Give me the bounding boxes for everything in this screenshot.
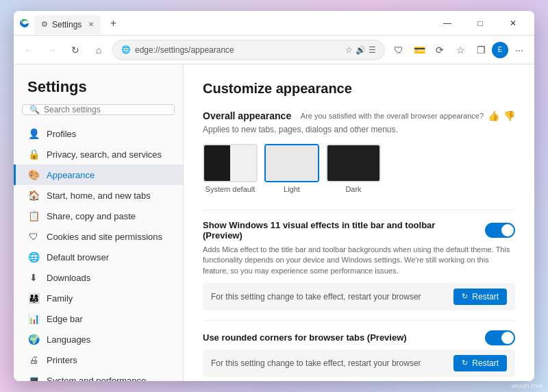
edge-bar-icon: 📊 (27, 313, 40, 324)
default-browser-icon: 🌐 (27, 252, 40, 262)
sidebar-item-label: Printers (47, 355, 77, 365)
reader-view-icon[interactable]: ☰ (369, 45, 376, 55)
more-button[interactable]: ··· (510, 40, 529, 60)
address-text: edge://settings/appearance (135, 45, 341, 55)
minimize-button[interactable]: — (432, 11, 463, 36)
sync-icon[interactable]: ⟳ (430, 40, 449, 60)
theme-label: Dark (345, 185, 361, 193)
sidebar-title: Settings (14, 64, 183, 104)
wallet-icon[interactable]: 💳 (410, 40, 429, 60)
sidebar-item-privacy[interactable]: 🔒 Privacy, search, and services (14, 144, 183, 164)
restart-label: Restart (472, 292, 499, 302)
rounded-corners-toggle-row: Use rounded corners for browser tabs (Pr… (203, 320, 515, 381)
settings-tab[interactable]: ⚙ Settings ✕ (34, 15, 101, 34)
sidebar-item-share[interactable]: 📋 Share, copy and paste (14, 206, 183, 226)
mica-toggle-switch[interactable] (485, 223, 515, 238)
address-edge-icon: 🌐 (121, 45, 131, 54)
appearance-icon: 🎨 (27, 169, 40, 180)
sidebar-item-label: Default browser (47, 252, 109, 262)
theme-card-system-default[interactable]: System default (203, 144, 258, 193)
sidebar-item-label: Downloads (47, 273, 90, 283)
dark-half (204, 145, 230, 181)
mica-toggle-row: Show Windows 11 visual effects in title … (203, 210, 515, 320)
dark-preview-box (326, 144, 381, 182)
favorites-icon[interactable]: ☆ (451, 40, 470, 60)
favorites-star-icon[interactable]: ☆ (345, 45, 353, 55)
close-button[interactable]: ✕ (497, 11, 529, 36)
close-tab-button[interactable]: ✕ (88, 21, 94, 28)
sidebar-item-label: Languages (47, 334, 90, 345)
new-tab-button[interactable]: + (105, 15, 121, 32)
sidebar-item-label: Privacy, search, and services (47, 149, 162, 160)
sidebar-item-start-home[interactable]: 🏠 Start, home, and new tabs (14, 185, 183, 206)
thumbdown-icon[interactable]: 👎 (503, 110, 515, 121)
sidebar-item-default-browser[interactable]: 🌐 Default browser (14, 247, 183, 267)
restart-label-2: Restart (472, 358, 499, 368)
settings-tab-icon: ⚙ (41, 20, 48, 29)
page-title: Customize appearance (203, 81, 515, 97)
sidebar-item-appearance[interactable]: 🎨 Appearance (14, 164, 183, 185)
sidebar-item-cookies[interactable]: 🛡 Cookies and site permissions (14, 226, 183, 247)
appearance-theme-cards: System default Light Dark (203, 144, 515, 193)
languages-icon: 🌍 (27, 334, 40, 345)
rounded-corners-toggle-switch[interactable] (485, 330, 515, 345)
back-button[interactable]: ← (19, 40, 38, 60)
search-icon: 🔍 (29, 105, 40, 114)
collections-icon[interactable]: ❐ (471, 40, 490, 60)
address-field[interactable]: 🌐 edge://settings/appearance ☆ 🔊 ☰ (112, 40, 385, 60)
home-button[interactable]: ⌂ (89, 40, 108, 60)
light-half (230, 145, 256, 181)
sidebar-search[interactable]: 🔍 (22, 104, 175, 115)
refresh-button[interactable]: ↻ (66, 40, 85, 60)
light-preview-box (264, 144, 319, 182)
start-icon: 🏠 (27, 190, 40, 201)
sidebar-item-label: Share, copy and paste (47, 211, 136, 221)
printers-icon: 🖨 (27, 354, 40, 365)
address-bar: ← → ↻ ⌂ 🌐 edge://settings/appearance ☆ 🔊… (14, 36, 534, 64)
theme-label: System default (206, 185, 256, 193)
sidebar-item-printers[interactable]: 🖨 Printers (14, 350, 183, 370)
sidebar-item-profiles[interactable]: 👤 Profiles (14, 123, 183, 144)
feedback-question: Are you satisfied with the overall brows… (301, 112, 484, 120)
security-icon[interactable]: 🛡 (389, 40, 408, 60)
cookies-icon: 🛡 (27, 231, 40, 242)
sidebar-item-label: Cookies and site permissions (47, 232, 162, 242)
system-icon: 💻 (27, 375, 40, 381)
title-bar-left: ⚙ Settings ✕ + (19, 12, 121, 34)
theme-card-dark[interactable]: Dark (326, 144, 381, 193)
section-title: Overall appearance (203, 110, 291, 121)
sidebar-item-downloads[interactable]: ⬇ Downloads (14, 267, 183, 288)
sidebar-item-system[interactable]: 💻 System and performance (14, 370, 183, 381)
mica-restart-button[interactable]: ↻ Restart (453, 289, 507, 305)
sidebar-item-languages[interactable]: 🌍 Languages (14, 329, 183, 350)
forward-button[interactable]: → (42, 40, 62, 60)
search-input[interactable] (44, 105, 167, 114)
feedback-buttons: Are you satisfied with the overall brows… (301, 110, 515, 121)
sidebar-item-family[interactable]: 👨‍👩‍👧 Family (14, 288, 183, 308)
restart-icon-2: ↻ (462, 358, 468, 367)
theme-label: Light (284, 185, 300, 193)
mica-toggle-desc: Adds Mica effect to the title bar and to… (203, 245, 515, 276)
tab-label: Settings (52, 20, 82, 29)
theme-card-light[interactable]: Light (264, 144, 319, 193)
sidebar-item-edge-bar[interactable]: 📊 Edge bar (14, 308, 183, 329)
title-bar: ⚙ Settings ✕ + — □ ✕ (14, 11, 534, 36)
rounded-corners-restart-text: For this setting change to take effect, … (211, 358, 421, 368)
family-icon: 👨‍👩‍👧 (27, 293, 40, 304)
address-icons: ☆ 🔊 ☰ (345, 45, 376, 55)
window-controls: — □ ✕ (432, 11, 529, 36)
thumbup-icon[interactable]: 👍 (488, 110, 499, 121)
light-visual (266, 145, 318, 181)
browser-window: ⚙ Settings ✕ + — □ ✕ ← → ↻ ⌂ 🌐 edge://se… (14, 11, 534, 381)
profiles-icon: 👤 (27, 128, 40, 139)
overall-appearance-section: Overall appearance Are you satisfied wit… (203, 110, 515, 193)
profile-avatar[interactable]: E (492, 42, 508, 58)
rounded-corners-restart-button[interactable]: ↻ Restart (453, 355, 507, 371)
read-aloud-icon[interactable]: 🔊 (356, 45, 366, 55)
maximize-button[interactable]: □ (464, 11, 496, 36)
sidebar: Settings 🔍 👤 Profiles 🔒 Privacy, search,… (14, 64, 184, 381)
toolbar-icons: 🛡 💳 ⟳ ☆ ❐ E ··· (389, 40, 529, 60)
mica-toggle-header: Show Windows 11 visual effects in title … (203, 220, 515, 241)
sidebar-item-label: Appearance (47, 170, 95, 180)
rounded-corners-title: Use rounded corners for browser tabs (Pr… (203, 332, 485, 343)
